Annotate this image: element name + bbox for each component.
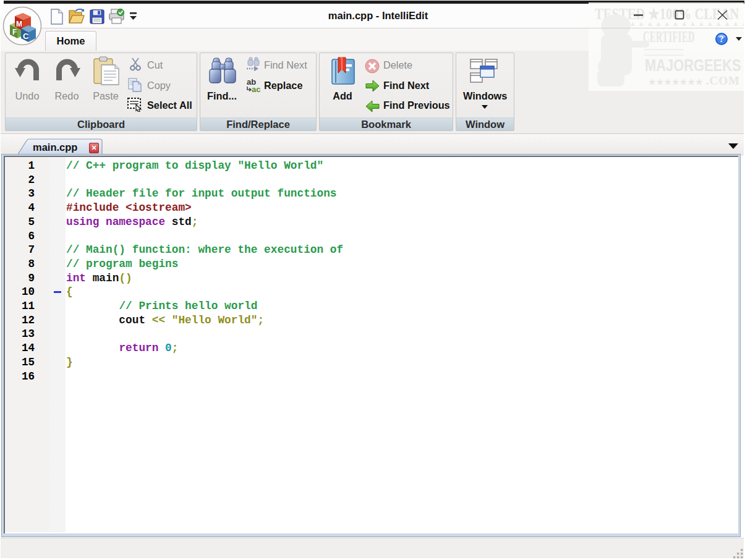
svg-text:ac: ac [252, 85, 260, 93]
svg-text:C: C [23, 32, 29, 41]
svg-text:F: F [12, 28, 17, 36]
svg-text:?: ? [720, 35, 724, 44]
svg-text:M: M [16, 20, 22, 28]
